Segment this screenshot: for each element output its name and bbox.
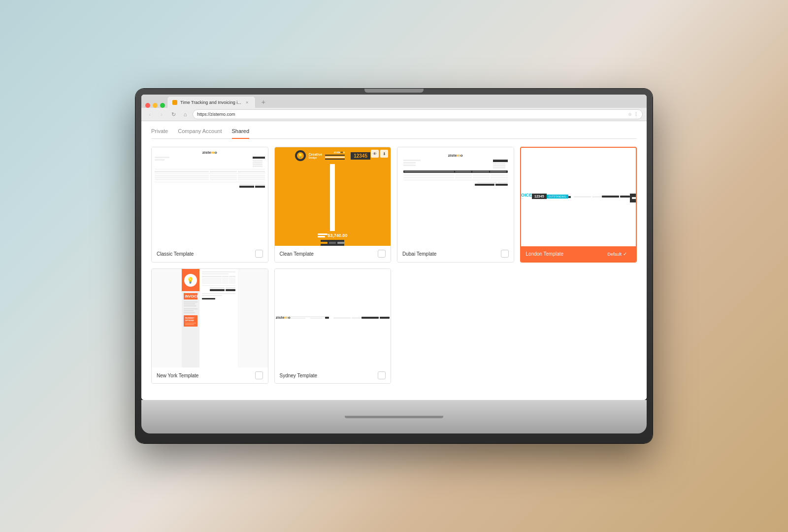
template-footer-sydney: Sydney Template <box>275 367 391 383</box>
svg-rect-0 <box>173 101 176 104</box>
tab-title: Time Tracking and Invoicing i... <box>180 100 241 105</box>
active-tab[interactable]: Time Tracking and Invoicing i... × <box>167 96 256 108</box>
template-footer-newyork: New York Template <box>152 367 268 383</box>
refresh-button[interactable]: ↻ <box>169 110 178 119</box>
tab-private[interactable]: Private <box>151 128 168 139</box>
template-card-clean[interactable]: 👁 ⬇ 💡 Creative Design <box>274 147 392 263</box>
template-preview-london: 💡 INVOICE 12345 <box>521 148 636 246</box>
template-name-newyork: New York Template <box>157 373 198 378</box>
browser-chrome: Time Tracking and Invoicing i... × + ‹ ›… <box>141 95 647 121</box>
address-bar[interactable]: https://zistemo.com ☆ ⋮ <box>193 109 643 119</box>
clean-logo: 💡 <box>295 150 306 161</box>
forward-button[interactable]: › <box>157 110 166 119</box>
template-preview-classic: zistemo <box>152 147 268 246</box>
maximize-button[interactable] <box>160 103 165 108</box>
template-select-newyork[interactable] <box>255 371 263 379</box>
laptop-notch <box>364 89 424 93</box>
laptop-base <box>141 400 647 433</box>
template-select-sydney[interactable] <box>378 371 386 379</box>
template-card-classic[interactable]: zistemo <box>151 147 268 263</box>
laptop-screen: Time Tracking and Invoicing i... × + ‹ ›… <box>141 95 647 400</box>
template-name-dubai: Dubai Template <box>402 251 436 257</box>
address-bar-icons: ☆ ⋮ <box>628 112 638 117</box>
template-card-london[interactable]: 💡 INVOICE 12345 <box>520 147 637 263</box>
template-select-clean[interactable] <box>378 250 386 258</box>
template-card-sydney[interactable]: zistemo <box>274 268 392 384</box>
page-content: Private Company Account Shared zistemo <box>141 121 647 400</box>
more-icon[interactable]: ⋮ <box>634 112 638 117</box>
browser-tab-bar: Time Tracking and Invoicing i... × + <box>141 95 647 108</box>
template-name-classic: Classic Template <box>157 251 194 257</box>
laptop: Time Tracking and Invoicing i... × + ‹ ›… <box>135 89 653 443</box>
url-text: https://zistemo.com <box>197 112 235 117</box>
close-button[interactable] <box>145 103 150 108</box>
template-footer-dubai: Dubai Template <box>397 246 514 262</box>
new-tab-button[interactable]: + <box>258 96 269 108</box>
tab-favicon-icon <box>172 100 177 105</box>
template-footer-classic: Classic Template <box>152 246 268 262</box>
tab-shared[interactable]: Shared <box>232 128 249 139</box>
template-name-clean: Clean Template <box>280 251 314 257</box>
browser-toolbar: ‹ › ↻ ⌂ https://zistemo.com ☆ ⋮ <box>141 108 647 121</box>
template-card-dubai[interactable]: zistemo <box>397 147 514 263</box>
tab-close-icon[interactable]: × <box>244 100 250 105</box>
template-preview-clean: 👁 ⬇ 💡 Creative Design <box>275 147 391 246</box>
clean-hover-icons: 👁 ⬇ <box>371 150 388 158</box>
preview-download-icon[interactable]: ⬇ <box>380 150 388 158</box>
laptop-trackpad <box>345 416 443 418</box>
template-preview-dubai: zistemo <box>397 147 514 246</box>
template-preview-newyork: 💡 INVOICE <box>152 269 268 367</box>
template-default-badge: Default ✓ <box>603 250 631 258</box>
template-footer-clean: Clean Template <box>275 246 391 262</box>
back-button[interactable]: ‹ <box>145 110 154 119</box>
traffic-lights <box>145 103 165 108</box>
home-button[interactable]: ⌂ <box>181 110 190 119</box>
tabs-navigation: Private Company Account Shared <box>151 128 637 139</box>
preview-eye-icon[interactable]: 👁 <box>371 150 379 158</box>
minimize-button[interactable] <box>153 103 158 108</box>
template-name-london: London Template <box>526 251 564 257</box>
template-preview-sydney: zistemo <box>275 269 391 367</box>
template-footer-london: London Template Default ✓ <box>521 246 636 262</box>
template-card-newyork[interactable]: 💡 INVOICE <box>151 268 268 384</box>
template-name-sydney: Sydney Template <box>280 373 318 378</box>
template-grid: zistemo <box>151 147 637 384</box>
tab-company[interactable]: Company Account <box>178 128 222 139</box>
template-select-dubai[interactable] <box>501 250 509 258</box>
template-select-classic[interactable] <box>255 250 263 258</box>
bookmark-icon[interactable]: ☆ <box>628 112 632 117</box>
